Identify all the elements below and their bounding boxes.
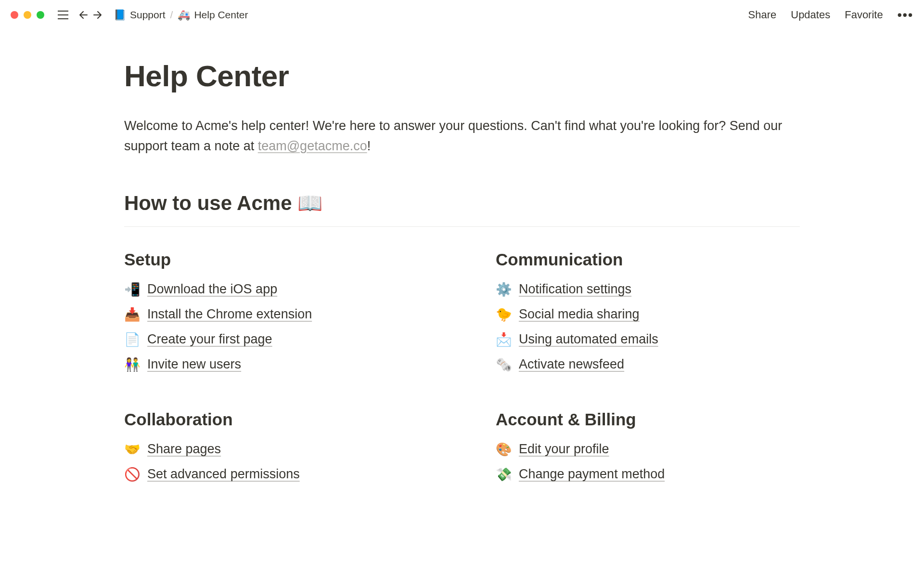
link-label: Activate newsfeed [519,357,624,372]
link-label: Invite new users [147,357,241,372]
link-label: Notification settings [519,282,631,297]
traffic-lights [11,11,44,19]
open-book-icon: 📖 [297,191,322,215]
divider [124,226,800,227]
link-label: Create your first page [147,332,272,347]
guide-heading: How to use Acme 📖 [124,191,800,215]
link-label: Edit your profile [519,442,609,457]
link-download-ios[interactable]: 📲 Download the iOS app [124,282,428,297]
link-list: ⚙️ Notification settings 🐤 Social media … [496,282,800,372]
envelope-icon: 📩 [496,332,511,347]
people-icon: 👫 [124,357,140,372]
window-minimize-icon[interactable] [24,11,31,19]
link-invite-users[interactable]: 👫 Invite new users [124,357,428,372]
link-advanced-permissions[interactable]: 🚫 Set advanced permissions [124,467,428,482]
link-edit-profile[interactable]: 🎨 Edit your profile [496,442,800,457]
inbox-icon: 📥 [124,307,140,322]
column-communication: Communication ⚙️ Notification settings 🐤… [496,250,800,382]
link-automated-emails[interactable]: 📩 Using automated emails [496,332,800,347]
back-button[interactable] [75,8,90,22]
share-button[interactable]: Share [748,9,777,21]
breadcrumb: 📘 Support / 🚑 Help Center [114,9,248,21]
link-notification-settings[interactable]: ⚙️ Notification settings [496,282,800,297]
link-label: Using automated emails [519,332,658,347]
column-setup: Setup 📲 Download the iOS app 📥 Install t… [124,250,428,382]
link-list: 📲 Download the iOS app 📥 Install the Chr… [124,282,428,372]
column-heading: Setup [124,250,428,269]
link-install-chrome[interactable]: 📥 Install the Chrome extension [124,307,428,322]
link-social-sharing[interactable]: 🐤 Social media sharing [496,307,800,322]
menu-icon[interactable] [56,8,70,22]
nav-arrows [75,8,106,22]
link-first-page[interactable]: 📄 Create your first page [124,332,428,347]
column-heading: Communication [496,250,800,269]
help-icon: 🚑 [178,9,190,21]
window-close-icon[interactable] [11,11,18,19]
updates-button[interactable]: Updates [791,9,830,21]
prohibited-icon: 🚫 [124,467,140,482]
breadcrumb-label: Support [130,9,166,21]
column-heading: Collaboration [124,410,428,429]
breadcrumb-label: Help Center [194,9,248,21]
breadcrumb-item-support[interactable]: 📘 Support [114,9,166,21]
link-label: Social media sharing [519,307,640,322]
column-heading: Account & Billing [496,410,800,429]
favorite-button[interactable]: Favorite [845,9,883,21]
column-account-billing: Account & Billing 🎨 Edit your profile 💸 … [496,410,800,492]
page-title: Help Center [124,59,800,93]
handshake-icon: 🤝 [124,442,140,457]
link-label: Set advanced permissions [147,467,300,482]
intro-after: ! [367,139,371,153]
book-icon: 📘 [114,9,126,21]
link-label: Change payment method [519,467,665,482]
gear-icon: ⚙️ [496,282,511,297]
forward-button[interactable] [91,8,106,22]
topbar: 📘 Support / 🚑 Help Center Share Updates … [0,0,924,30]
topbar-actions: Share Updates Favorite ••• [748,8,913,23]
link-label: Download the iOS app [147,282,277,297]
link-change-payment[interactable]: 💸 Change payment method [496,467,800,482]
link-label: Share pages [147,442,221,457]
intro-before: Welcome to Acme's help center! We're her… [124,118,782,153]
column-collaboration: Collaboration 🤝 Share pages 🚫 Set advanc… [124,410,428,492]
intro-text: Welcome to Acme's help center! We're her… [124,116,800,157]
link-label: Install the Chrome extension [147,307,312,322]
breadcrumb-item-help-center[interactable]: 🚑 Help Center [178,9,248,21]
link-list: 🤝 Share pages 🚫 Set advanced permissions [124,442,428,482]
bird-icon: 🐤 [496,307,511,322]
page-icon: 📄 [124,332,140,347]
window-maximize-icon[interactable] [37,11,44,19]
money-icon: 💸 [496,467,511,482]
breadcrumb-separator: / [170,9,173,21]
guide-columns: Setup 📲 Download the iOS app 📥 Install t… [124,250,800,492]
link-share-pages[interactable]: 🤝 Share pages [124,442,428,457]
guide-heading-text: How to use Acme [124,192,297,214]
mobile-icon: 📲 [124,282,140,297]
support-email-link[interactable]: team@getacme.co [258,139,367,153]
more-menu-icon[interactable]: ••• [898,8,913,23]
newspaper-icon: 🗞️ [496,357,511,372]
link-activate-newsfeed[interactable]: 🗞️ Activate newsfeed [496,357,800,372]
palette-icon: 🎨 [496,442,511,457]
link-list: 🎨 Edit your profile 💸 Change payment met… [496,442,800,482]
page-content: Help Center Welcome to Acme's help cente… [0,30,924,492]
